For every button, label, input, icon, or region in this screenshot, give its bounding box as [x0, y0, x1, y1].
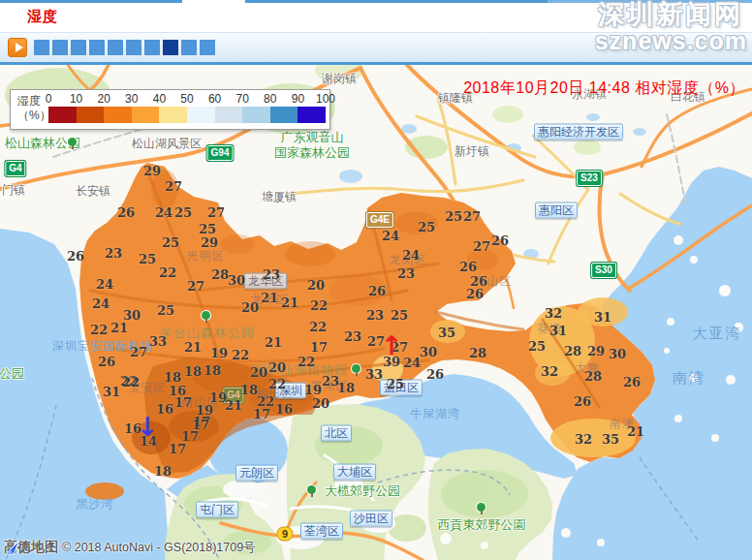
progress-segment-10[interactable] [200, 40, 215, 55]
humidity-value: 25 [162, 235, 179, 250]
humidity-value: 21 [281, 296, 298, 310]
humidity-value: 20 [307, 278, 325, 293]
humidity-value: 33 [365, 367, 383, 382]
humidity-value: 29 [587, 344, 605, 358]
humidity-value: 27 [130, 345, 147, 359]
humidity-value: 16 [156, 402, 173, 417]
progress-segment-6[interactable] [126, 40, 141, 55]
legend-tick: 100 [316, 92, 335, 106]
map-label-town: 谢岗镇 [322, 71, 357, 87]
map-label-town: 塘厦镇 [262, 189, 297, 205]
humidity-value: 24 [382, 229, 399, 243]
legend-color-cell [187, 107, 215, 123]
humidity-value: 22 [298, 355, 315, 369]
humidity-value: 22 [309, 320, 327, 334]
map-label-shield-g: G4 [5, 161, 25, 176]
progress-segment-7[interactable] [144, 40, 160, 55]
map-label-box: 大埔区 [333, 464, 376, 481]
legend-tick: 0 [46, 92, 52, 106]
map-label-town: 松山湖风景区 [132, 136, 202, 152]
map-copyright: © 2018 AutoNavi - GS(2018)1709号 [62, 540, 256, 556]
humidity-value: 21 [265, 335, 282, 350]
humidity-value: 17 [169, 442, 186, 456]
progress-segment-5[interactable] [108, 40, 123, 55]
humidity-value: 22 [122, 375, 140, 389]
map-label-tree [67, 138, 78, 149]
humidity-value: 31 [594, 310, 611, 325]
map-label-box: 北区 [321, 425, 352, 442]
map-label-box: 荃湾区 [300, 523, 343, 540]
humidity-value: 27 [207, 205, 225, 220]
humidity-value: 17 [310, 340, 328, 355]
map-label-park-faint: 羊台山森林公园 [160, 325, 255, 342]
amap-logo-icon [4, 539, 21, 556]
humidity-value: 26 [466, 287, 484, 301]
legend-tick: 30 [125, 92, 138, 106]
humidity-value: 25 [157, 303, 174, 318]
humidity-value: 18 [204, 363, 221, 378]
header-topline [0, 0, 182, 3]
map-label-water: 黑沙湾 [77, 496, 114, 513]
progress-segment-3[interactable] [71, 40, 86, 55]
map-label-water: 牛屎湖湾 [410, 406, 460, 422]
legend-tick: 80 [264, 92, 276, 106]
humidity-value: 31 [103, 385, 120, 399]
humidity-value: 26 [623, 375, 641, 389]
humidity-value: 21 [184, 340, 202, 355]
legend-bar [48, 107, 326, 123]
humidity-value: 26 [368, 284, 386, 298]
humidity-value: 33 [149, 334, 167, 349]
trend-arrow-down: ↓ [137, 412, 159, 442]
humidity-value: 19 [210, 346, 228, 360]
humidity-value: 26 [67, 249, 84, 264]
humidity-value: 21 [627, 424, 644, 439]
humidity-value: 29 [143, 164, 161, 178]
legend-color-cell [132, 107, 160, 123]
progress-segment-2[interactable] [52, 40, 68, 55]
humidity-value: 23 [263, 267, 280, 282]
humidity-value: 18 [164, 370, 181, 385]
progress-segment-1[interactable] [34, 40, 49, 55]
map-label-tree [351, 364, 362, 376]
humidity-value: 24 [96, 277, 113, 292]
humidity-value: 20 [250, 365, 267, 380]
trend-arrow-up: ↑ [381, 330, 403, 360]
humidity-value: 16 [275, 402, 293, 417]
humidity-value: 24 [155, 205, 172, 220]
map-canvas[interactable]: 松山湖风景区长安镇塘厦镇谢岗镇镇隆镇新圩镇永湖镇白花镇门镇松山森林公园广东观音山… [0, 0, 752, 560]
humidity-value: 26 [426, 367, 444, 382]
legend-tick: 50 [180, 92, 193, 106]
humidity-value: 20 [312, 396, 329, 411]
play-button[interactable] [8, 38, 27, 57]
map-label-box: 惠阳区 [535, 202, 578, 219]
map-label-park: 大榄郊野公园 [325, 482, 400, 500]
humidity-value: 28 [211, 267, 229, 282]
humidity-value: 29 [201, 235, 218, 250]
progress-segment-9[interactable] [181, 40, 197, 55]
humidity-value: 22 [159, 265, 176, 280]
progress-segment-4[interactable] [89, 40, 105, 55]
humidity-legend: 湿度 （%） 0102030405060708090100 [10, 89, 330, 130]
map-label-water-lg: 南湾 [673, 369, 705, 388]
humidity-value: 24 [403, 356, 421, 370]
legend-tick: 60 [208, 92, 221, 106]
humidity-value: 22 [310, 298, 328, 313]
humidity-value: 20 [268, 360, 286, 375]
map-label-park: 西貢東郊野公園 [438, 516, 526, 534]
humidity-value: 27 [463, 209, 481, 224]
map-label-shield-g: S23 [577, 171, 602, 186]
legend-color-cell [48, 107, 77, 123]
humidity-value: 25 [528, 339, 546, 354]
map-attribution: 高德地图 © 2018 AutoNavi - GS(2018)1709号 [4, 539, 256, 556]
progress-segment-8[interactable] [163, 40, 178, 55]
humidity-value: 24 [402, 248, 420, 263]
humidity-value: 35 [438, 326, 455, 340]
humidity-value: 30 [420, 345, 437, 359]
humidity-value: 26 [98, 355, 115, 369]
legend-color-cell [242, 107, 270, 123]
humidity-value: 30 [609, 347, 626, 361]
header-topline [245, 0, 548, 3]
legend-color-cell [77, 107, 105, 123]
map-label-shield-b: G4E [366, 212, 393, 228]
player-progress [34, 40, 215, 55]
